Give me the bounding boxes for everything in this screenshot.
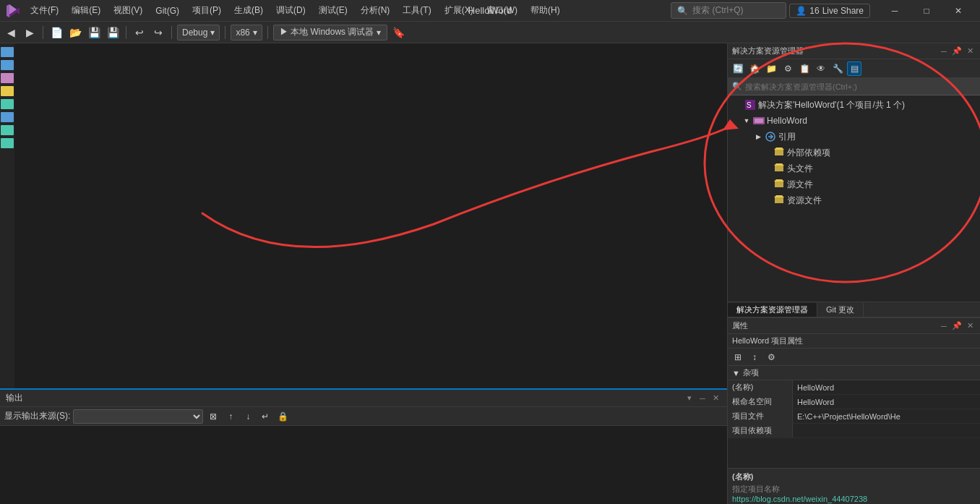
se-tree: S 解决方案'HelloWord'(1 个项目/共 1 个) ▼ HelloWo… [728,95,980,302]
forward-button[interactable]: ▶ [22,25,38,40]
se-search-input[interactable] [745,82,976,91]
props-value-namespace: HelloWord [793,395,980,409]
tree-resource-files-item[interactable]: 资源文件 [728,192,980,208]
search-bar[interactable]: 🔍 搜索 (Ctrl+Q) [671,2,786,19]
output-wrap-button[interactable]: ↵ [258,409,272,424]
props-row-file: 项目文件 E:\C++\Project\HelloWord\He [728,409,980,424]
right-panel: 解决方案资源管理器 ─ 📌 ✕ 🔄 🏠 📁 ⚙ 📋 👁 🔧 ▤ 🔍 [727,43,980,504]
tree-header-files-item[interactable]: 头文件 [728,161,980,176]
config-label: Debug [182,27,207,38]
se-pin-button[interactable]: 📌 [951,46,963,57]
tree-solution-item[interactable]: S 解决方案'HelloWord'(1 个项目/共 1 个) [728,97,980,113]
external-deps-label: 外部依赖项 [787,147,830,159]
save-all-button[interactable]: 💾 [105,25,121,40]
minimize-button[interactable]: ─ [879,0,911,22]
se-tab-git[interactable]: Git 更改 [817,303,864,317]
output-lock-button[interactable]: 🔒 [275,409,290,424]
props-sort-button[interactable]: ↕ [747,350,762,364]
output-clear-button[interactable]: ⊠ [206,409,220,424]
properties-panel: 属性 ─ 📌 ✕ HelloWord 项目属性 ⊞ ↕ ⚙ ▼ 杂项 (名称) … [728,318,980,504]
se-title: 解决方案资源管理器 [732,46,804,56]
se-panel-actions: ─ 📌 ✕ [938,46,976,57]
menu-git[interactable]: Git(G) [150,4,185,17]
menu-view[interactable]: 视图(V) [108,3,148,18]
se-auto-hide-button[interactable]: ─ [938,46,950,57]
live-share-icon: 👤 [796,6,807,16]
se-preview-button[interactable]: 👁 [814,61,828,76]
new-file-button[interactable]: 📄 [48,25,64,40]
tree-references-item[interactable]: ▶ 引用 [728,129,980,145]
props-key-file: 项目文件 [728,409,793,423]
undo-button[interactable]: ↩ [132,25,147,40]
se-folder-button[interactable]: 📁 [764,61,778,76]
config-dropdown[interactable]: Debug ▾ [177,25,220,40]
menu-analyze[interactable]: 分析(N) [355,3,396,18]
se-properties-button[interactable]: 📋 [797,61,812,76]
solution-icon: S [744,99,756,111]
back-button[interactable]: ◀ [3,25,19,40]
save-button[interactable]: 💾 [86,25,102,40]
title-bar: 文件(F) 编辑(E) 视图(V) Git(G) 项目(P) 生成(B) 调试(… [0,0,980,22]
se-sync-button[interactable]: 🔄 [731,61,745,76]
run-label: ▶ 本地 Windows 调试器 [280,26,374,38]
maximize-button[interactable]: □ [911,0,942,22]
sidebar-icon-3 [1,73,14,83]
se-close-button[interactable]: ✕ [964,46,976,57]
se-filter-button[interactable]: ▤ [847,61,861,76]
props-settings-button[interactable]: ⚙ [764,350,778,364]
menu-build[interactable]: 生成(B) [228,3,269,18]
open-button[interactable]: 📂 [67,25,83,40]
references-label: 引用 [778,131,796,143]
props-section-label: 杂项 [743,367,759,378]
output-source-select[interactable] [73,409,203,424]
se-home-button[interactable]: 🏠 [747,61,762,76]
source-files-expand-icon [762,180,771,189]
props-footer: (名称) 指定项目名称 https://blog.csdn.net/weixin… [728,468,980,504]
solution-expand-icon [734,101,742,109]
bookmark-button[interactable]: 🔖 [390,25,406,40]
se-wrench-button[interactable]: 🔧 [830,61,845,76]
se-settings-button[interactable]: ⚙ [781,61,795,76]
output-down-button[interactable]: ↓ [241,409,255,424]
menu-help[interactable]: 帮助(H) [525,3,566,18]
close-button[interactable]: ✕ [942,0,974,22]
output-dropdown-button[interactable]: ▾ [684,393,695,404]
props-key-name: (名称) [728,380,793,394]
props-close-button[interactable]: ✕ [964,320,976,332]
menu-project[interactable]: 项目(P) [186,3,227,18]
run-button[interactable]: ▶ 本地 Windows 调试器 ▾ [273,25,388,40]
props-footer-label: (名称) [732,471,976,482]
svg-rect-5 [755,119,763,123]
props-auto-hide-button[interactable]: ─ [938,320,950,332]
menu-debug[interactable]: 调试(D) [270,3,311,18]
props-pin-button[interactable]: 📌 [951,320,963,332]
output-auto-hide-button[interactable]: ─ [697,393,708,404]
menu-tools[interactable]: 工具(T) [397,3,437,18]
props-value-file: E:\C++\Project\HelloWord\He [793,409,980,423]
se-tab-solution[interactable]: 解决方案资源管理器 [728,303,817,317]
tree-external-deps-item[interactable]: 外部依赖项 [728,145,980,161]
resource-files-label: 资源文件 [787,195,822,207]
output-panel: 输出 ▾ ─ ✕ 显示输出来源(S): ⊠ ↑ ↓ ↵ 🔒 [0,388,727,504]
menu-test[interactable]: 测试(E) [313,3,353,18]
output-close-button[interactable]: ✕ [710,393,721,404]
platform-dropdown[interactable]: x86 ▾ [231,25,262,40]
sidebar-icon-6 [1,112,14,122]
output-toolbar: 显示输出来源(S): ⊠ ↑ ↓ ↵ 🔒 [0,407,727,426]
props-grid-button[interactable]: ⊞ [731,350,745,364]
output-up-button[interactable]: ↑ [223,409,238,424]
solution-label: 解决方案'HelloWord'(1 个项目/共 1 个) [758,99,905,111]
main-toolbar: ◀ ▶ 📄 📂 💾 💾 ↩ ↪ Debug ▾ x86 ▾ ▶ 本地 Windo… [0,22,980,43]
tree-project-item[interactable]: ▼ HelloWord [728,113,980,129]
se-search-bar: 🔍 [728,78,980,95]
redo-button[interactable]: ↪ [150,25,166,40]
tree-source-files-item[interactable]: 源文件 [728,176,980,192]
menu-file[interactable]: 文件(F) [25,3,64,18]
window-title: HelloWord [468,5,512,16]
references-expand-icon: ▶ [754,132,762,141]
props-panel-actions: ─ 📌 ✕ [938,320,976,332]
props-section-expand-icon: ▼ [732,369,740,377]
live-share-button[interactable]: 👤 16 Live Share [789,4,870,18]
se-bottom-tabs: 解决方案资源管理器 Git 更改 [728,302,980,317]
menu-edit[interactable]: 编辑(E) [66,3,106,18]
